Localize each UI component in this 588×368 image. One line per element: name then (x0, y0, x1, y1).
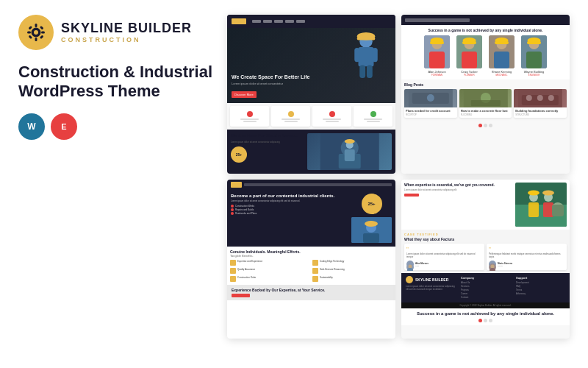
author-role-2: Director (498, 265, 512, 266)
become-title: Become a part of our contented industria… (231, 194, 347, 198)
svg-rect-66 (528, 202, 539, 217)
main-container: SKYLINE BUILDER CONSTRUCTION Constructio… (0, 0, 588, 368)
expertise-image (515, 183, 567, 227)
svg-rect-69 (543, 202, 553, 217)
svg-point-67 (528, 191, 539, 196)
renovate-left: We Are Here For Goods Renov... Lorem ips… (231, 133, 304, 170)
blog-img-3 (514, 89, 567, 107)
blog-content-1: Plans needed for credit account ROOFTOP (404, 107, 457, 118)
worker-card-1: Alan Johnson FOREMAN (423, 35, 452, 77)
slider-dot-2[interactable] (489, 319, 492, 322)
mini-card-text-4b (367, 121, 380, 122)
svg-rect-8 (28, 35, 32, 39)
logo-text-block: SKYLINE BUILDER CONSTRUCTION (61, 21, 192, 43)
tagline-main: Construction & Industrial WordPress Them… (18, 63, 212, 102)
svg-rect-72 (552, 205, 564, 216)
footer-link-contact[interactable]: Contact (461, 296, 510, 299)
svg-rect-17 (373, 48, 378, 62)
feature-text-6: Sustainability (320, 276, 333, 279)
svg-rect-35 (462, 52, 477, 68)
testimonials-title: What they say about Factura (404, 237, 567, 241)
svg-rect-9 (40, 35, 44, 39)
svg-rect-15 (359, 47, 374, 66)
workers-section-title: Success in a game is not achieved by any… (404, 28, 567, 32)
cta-strip: Experience Backed by Our Expertise, at Y… (227, 285, 395, 300)
footer-link-dev[interactable]: Development (516, 281, 565, 284)
feature-6: Sustainability (312, 276, 392, 282)
feature-icon-5 (230, 276, 236, 282)
blog-post-1: Plans needed for credit account ROOFTOP (404, 89, 457, 118)
preview-hero-1: We Create Space For Better Life Lorem ip… (227, 28, 395, 103)
logo-area: SKYLINE BUILDER CONSTRUCTION (18, 15, 212, 50)
renovate-title: We Are Here For Goods Renov... (231, 133, 304, 139)
preview-card-3: Become a part of our contented industria… (227, 180, 395, 339)
feature-text-5: Construction Order (237, 276, 256, 279)
success-text: Success in a game is not achieved by any… (404, 311, 567, 316)
svg-rect-6 (28, 26, 32, 30)
hero-subtitle: Lorem ipsum dolor sit amet consectetur (232, 82, 309, 85)
svg-point-58 (548, 95, 554, 101)
feature-3: Quality Assurance (230, 268, 310, 274)
hero-text-block: We Create Space For Better Life Lorem ip… (232, 74, 309, 99)
blog-posts-row: Plans needed for credit account ROOFTOP (404, 89, 567, 118)
become-section: Become a part of our contented industria… (227, 190, 395, 247)
testimonials-section: CASE TESTIFIED What they say about Factu… (401, 230, 570, 273)
preview-2-header (401, 15, 570, 25)
svg-rect-45 (526, 52, 542, 68)
worker-card-4: Wayne Building ENGINEER (520, 35, 549, 77)
feature-text-3: Quality Assurance (237, 268, 255, 271)
slider-dot-active[interactable] (478, 319, 482, 322)
footer-link-projects[interactable]: Projects (461, 289, 510, 291)
pagination-dots (401, 121, 570, 130)
author-role-1: Client (415, 265, 429, 266)
blog-meta-3: STRUCTURE (515, 113, 565, 116)
feature-4: Safe-Decisive Reasoning (312, 268, 392, 274)
blog-post-title-1: Plans needed for credit account (406, 109, 456, 113)
become-counter: 25+ (362, 194, 382, 214)
nav-links (252, 20, 305, 23)
footer-logo-icon (406, 276, 413, 283)
footer-link-faq[interactable]: FAQ (516, 285, 565, 288)
testimonial-author-2: Maria Stevens Director (489, 261, 564, 268)
blog-img-2 (459, 89, 512, 107)
slider-dot-1[interactable] (484, 319, 487, 322)
blog-meta-1: ROOFTOP (406, 113, 456, 116)
svg-rect-4 (27, 32, 31, 34)
svg-rect-32 (430, 41, 444, 44)
cta-btn[interactable] (232, 294, 250, 297)
footer-brand: SKYLINE BUILDER (415, 277, 448, 282)
footer-bar-1 (244, 183, 392, 186)
become-item-2: Repairs and Builds (231, 208, 347, 211)
svg-point-27 (344, 139, 354, 144)
nav-logo-small (232, 18, 246, 24)
footer-section: SKYLINE BUILDER Lorem ipsum dolor sit am… (401, 273, 570, 302)
footer-link-about[interactable]: About Us (461, 281, 510, 284)
svg-point-56 (526, 95, 532, 101)
testimonial-card-1: " Lorem ipsum dolor sit amet consectetur… (404, 244, 484, 270)
cta-text: Experience Backed by Our Expertise, at Y… (232, 288, 391, 292)
mini-card-icon-4 (370, 111, 376, 117)
footer-link-career[interactable]: Career (461, 292, 510, 295)
header-bar-text (405, 18, 470, 22)
testimonial-text-1: Lorem ipsum dolor sit amet consectetur a… (406, 252, 482, 258)
mini-card-1 (230, 106, 269, 127)
svg-rect-18 (359, 66, 365, 79)
feature-text-1: Expertise and Experience (237, 260, 262, 263)
renovate-text: Lorem ipsum dolor sit amet consectetur a… (231, 141, 304, 144)
hero-button[interactable]: Discover More (232, 91, 257, 98)
footer-desc: Lorem ipsum dolor sit amet consectetur a… (406, 285, 455, 291)
footer-logo-dot (231, 182, 242, 188)
svg-point-77 (491, 265, 495, 269)
mini-card-text-3 (323, 118, 341, 120)
footer-link-advocacy[interactable]: Advocacy (516, 292, 565, 295)
worker-role-3: MECHANIC (495, 74, 507, 77)
worker-avatar-2 (456, 35, 482, 68)
feature-icon-2 (312, 260, 318, 266)
preview-card-4: When expertise is essential, we've got y… (401, 180, 570, 339)
elementor-badge: E (51, 113, 77, 140)
logo-icon (18, 15, 54, 50)
svg-point-57 (537, 95, 543, 101)
footer-link-terms[interactable]: Terms (516, 289, 565, 291)
mini-card-text-4 (364, 118, 382, 120)
footer-link-services[interactable]: Services (461, 285, 510, 288)
